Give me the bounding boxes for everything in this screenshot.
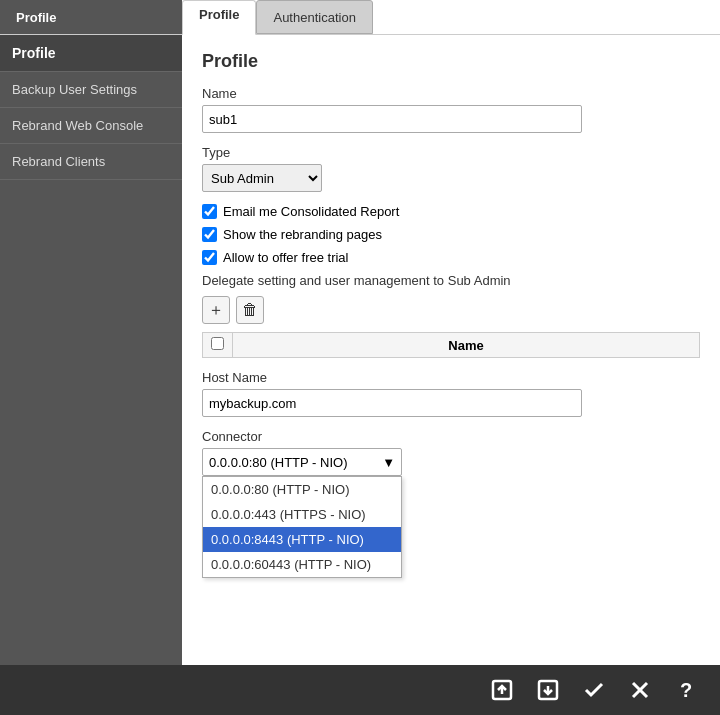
checkbox-rebranding-input[interactable] <box>202 227 217 242</box>
download-icon[interactable] <box>530 672 566 708</box>
sidebar-header: Profile <box>0 35 182 72</box>
checkbox-trial-input[interactable] <box>202 250 217 265</box>
hostname-label: Host Name <box>202 370 700 385</box>
bottom-toolbar: ? <box>0 665 720 715</box>
name-field-group: Name <box>202 86 700 133</box>
sidebar-item-backup-user-settings[interactable]: Backup User Settings <box>0 72 182 108</box>
connector-option-80[interactable]: 0.0.0.0:80 (HTTP - NIO) <box>203 477 401 502</box>
checkbox-report-label: Email me Consolidated Report <box>223 204 399 219</box>
connector-dropdown-container: 0.0.0.0:80 (HTTP - NIO) 0.0.0.0:443 (HTT… <box>202 448 402 476</box>
connector-option-60443[interactable]: 0.0.0.0:60443 (HTTP - NIO) <box>203 552 401 577</box>
hostname-input[interactable] <box>202 389 582 417</box>
add-delegate-button[interactable]: ＋ <box>202 296 230 324</box>
connector-option-8443[interactable]: 0.0.0.0:8443 (HTTP - NIO) <box>203 527 401 552</box>
checkbox-report-input[interactable] <box>202 204 217 219</box>
name-input[interactable] <box>202 105 582 133</box>
connector-dropdown-display[interactable]: 0.0.0.0:80 (HTTP - NIO) ▼ <box>202 448 402 476</box>
tab-profile[interactable]: Profile <box>182 0 256 35</box>
sidebar-item-rebrand-web-console[interactable]: Rebrand Web Console <box>0 108 182 144</box>
table-select-all[interactable] <box>211 337 224 350</box>
confirm-icon[interactable] <box>576 672 612 708</box>
checkbox-rebranding-label: Show the rebranding pages <box>223 227 382 242</box>
checkbox-rebranding-pages: Show the rebranding pages <box>202 227 700 242</box>
checkbox-free-trial: Allow to offer free trial <box>202 250 700 265</box>
type-label: Type <box>202 145 700 160</box>
page-title: Profile <box>202 51 700 72</box>
connector-dropdown-list: 0.0.0.0:80 (HTTP - NIO) 0.0.0.0:443 (HTT… <box>202 476 402 578</box>
top-tab-bar: Profile Profile Authentication <box>0 0 720 35</box>
top-bar-title: Profile <box>0 0 182 34</box>
type-field-group: Type Sub Admin Admin User <box>202 145 700 192</box>
checkbox-trial-label: Allow to offer free trial <box>223 250 348 265</box>
form-area: Profile Name Type Sub Admin Admin User E… <box>182 35 720 594</box>
table-header-name: Name <box>233 333 700 358</box>
topbar-title-text: Profile <box>16 10 56 25</box>
type-select[interactable]: Sub Admin Admin User <box>202 164 322 192</box>
connector-field-group: Connector 0.0.0.0:80 (HTTP - NIO) 0.0.0.… <box>202 429 700 476</box>
sidebar-item-rebrand-clients[interactable]: Rebrand Clients <box>0 144 182 180</box>
close-icon[interactable] <box>622 672 658 708</box>
checkbox-consolidated-report: Email me Consolidated Report <box>202 204 700 219</box>
delete-delegate-button[interactable]: 🗑 <box>236 296 264 324</box>
help-icon[interactable]: ? <box>668 672 704 708</box>
delegate-buttons: ＋ 🗑 <box>202 296 700 324</box>
connector-label: Connector <box>202 429 700 444</box>
upload-icon[interactable] <box>484 672 520 708</box>
tab-authentication[interactable]: Authentication <box>256 0 372 34</box>
connector-option-443[interactable]: 0.0.0.0:443 (HTTPS - NIO) <box>203 502 401 527</box>
main-content: Profile Name Type Sub Admin Admin User E… <box>182 35 720 665</box>
hostname-field-group: Host Name <box>202 370 700 417</box>
table-header-checkbox <box>203 333 233 358</box>
delegate-table: Name <box>202 332 700 358</box>
sidebar: Profile Backup User Settings Rebrand Web… <box>0 35 182 665</box>
delegate-label: Delegate setting and user management to … <box>202 273 700 288</box>
name-label: Name <box>202 86 700 101</box>
